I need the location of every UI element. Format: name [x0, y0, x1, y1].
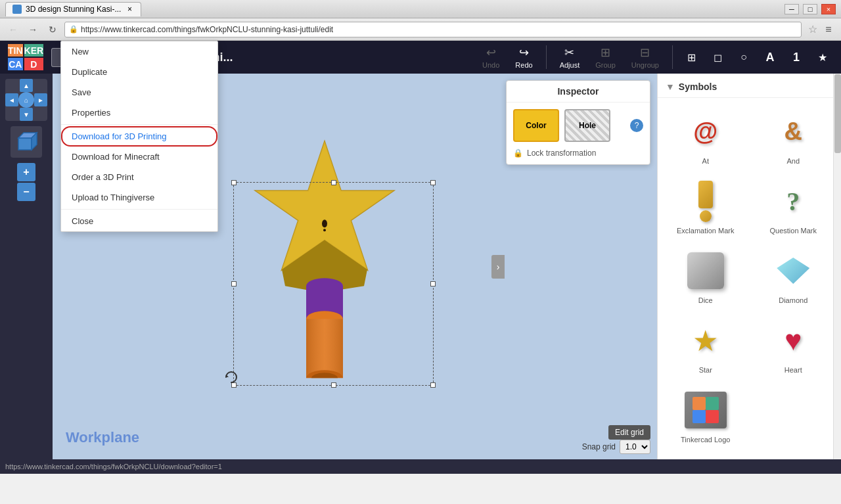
inspector-help-button[interactable]: ?: [630, 119, 643, 132]
inspector-panel: Inspector Color Hole ? 🔒 Lock transforma…: [506, 80, 650, 165]
scrollbar-thumb[interactable]: [834, 74, 841, 153]
menu-properties[interactable]: Properties: [61, 103, 217, 123]
symbol-question-label: Question Mark: [769, 227, 817, 235]
inspector-controls: Color Hole ?: [513, 109, 643, 142]
undo-label: Undo: [482, 61, 499, 69]
view-star-button[interactable]: ★: [812, 47, 833, 68]
svg-rect-23: [706, 410, 719, 423]
rotate-handle[interactable]: [223, 369, 239, 385]
symbol-diamond-label: Diamond: [779, 296, 807, 304]
menu-download-3d[interactable]: Download for 3D Printing: [61, 126, 217, 147]
forward-button[interactable]: →: [25, 22, 41, 37]
symbol-heart-label: Heart: [784, 366, 802, 374]
symbol-diamond[interactable]: Diamond: [751, 242, 836, 309]
hole-label: Hole: [579, 121, 596, 130]
symbol-star-thumb: ★: [679, 317, 732, 363]
symbols-scrollbar[interactable]: [833, 74, 841, 459]
tab-title: 3D design Stunning Kasi-...: [26, 5, 121, 14]
lock-row: 🔒 Lock transformation: [513, 149, 643, 158]
menu-new[interactable]: New: [61, 41, 217, 62]
design-object[interactable]: [226, 128, 423, 380]
menu-upload[interactable]: Upload to Thingiverse: [61, 187, 217, 208]
view-num-button[interactable]: 1: [786, 47, 807, 68]
menu-order[interactable]: Order a 3D Print: [61, 167, 217, 187]
adjust-icon: ✂: [564, 45, 574, 60]
symbols-grid: @ At & And Exclamation Mark: [658, 98, 841, 454]
symbol-at[interactable]: @ At: [663, 103, 748, 170]
symbol-dice[interactable]: Dice: [663, 242, 748, 309]
symbol-and-label: And: [786, 157, 800, 165]
view-grid-button[interactable]: ⊞: [681, 47, 702, 68]
redo-button[interactable]: ↪ Redo: [510, 43, 537, 72]
maximize-button[interactable]: □: [803, 4, 817, 14]
bookmark-button[interactable]: ☆: [808, 23, 817, 35]
view-box-button[interactable]: ◻: [707, 47, 728, 68]
tinkercad-logo[interactable]: TIN KER CA D: [8, 44, 41, 70]
menu-download-mc[interactable]: Download for Minecraft: [61, 147, 217, 167]
toolbar-sep-2: [672, 45, 673, 69]
symbol-heart[interactable]: ♥ Heart: [751, 312, 836, 379]
svg-rect-14: [306, 319, 343, 378]
symbol-star[interactable]: ★ Star: [663, 312, 748, 379]
zoom-out-button[interactable]: −: [17, 183, 35, 201]
menu-close[interactable]: Close: [61, 211, 217, 231]
group-button[interactable]: ⊞ Group: [590, 43, 621, 72]
symbols-toggle[interactable]: ▼: [666, 81, 675, 92]
redo-icon: ↪: [519, 45, 529, 60]
symbol-star-label: Star: [699, 366, 712, 374]
symbol-tinkercad-logo[interactable]: Tinkercad Logo: [663, 382, 748, 449]
minimize-button[interactable]: ─: [784, 4, 799, 14]
home-view-button[interactable]: ⌂: [18, 92, 34, 108]
address-bar[interactable]: 🔒 https://www.tinkercad.com/things/fwkOr…: [64, 22, 802, 37]
symbol-diamond-thumb: [767, 248, 819, 294]
arrow-right-button[interactable]: ►: [34, 93, 47, 106]
color-button[interactable]: Color: [513, 109, 559, 142]
lock-icon: 🔒: [513, 149, 523, 158]
close-window-button[interactable]: ×: [821, 4, 836, 14]
adjust-button[interactable]: ✂ Adjust: [555, 43, 585, 72]
symbols-header: ▼ Symbols: [658, 79, 841, 98]
window-controls: ─ □ ×: [784, 4, 836, 14]
symbol-question-thumb: ?: [767, 178, 819, 224]
toolbar-separator: [546, 45, 547, 69]
hole-button[interactable]: Hole: [564, 109, 610, 142]
lock-label: Lock transformation: [527, 149, 596, 158]
view-cube[interactable]: [11, 126, 42, 158]
menu-duplicate[interactable]: Duplicate: [61, 62, 217, 82]
collapse-panel-button[interactable]: ›: [491, 255, 505, 279]
refresh-button[interactable]: ↻: [45, 22, 60, 37]
logo-bl: CA: [8, 58, 23, 70]
group-label: Group: [595, 61, 616, 69]
ungroup-button[interactable]: ⊟ Ungroup: [626, 43, 664, 72]
snap-grid-select[interactable]: 1.0: [620, 440, 650, 454]
tab-close-button[interactable]: ×: [125, 5, 134, 14]
svg-rect-22: [693, 410, 706, 423]
symbol-and[interactable]: & And: [751, 103, 836, 170]
arrow-left-button[interactable]: ◄: [5, 93, 18, 106]
browser-tab[interactable]: 3D design Stunning Kasi-... ×: [5, 2, 141, 16]
zoom-controls: + −: [17, 163, 35, 201]
view-sphere-button[interactable]: ○: [733, 47, 754, 68]
menu-save[interactable]: Save: [61, 82, 217, 103]
symbol-heart-thumb: ♥: [767, 317, 819, 363]
undo-button[interactable]: ↩ Undo: [477, 43, 505, 72]
back-button[interactable]: ←: [5, 22, 21, 37]
ssl-lock-icon: 🔒: [69, 25, 78, 34]
symbol-logo-thumb: [679, 387, 732, 433]
symbol-question[interactable]: ? Question Mark: [751, 173, 836, 240]
group-icon: ⊞: [601, 45, 610, 60]
undo-icon: ↩: [486, 45, 496, 60]
status-url: https://www.tinkercad.com/things/fwkOrkp…: [5, 463, 222, 470]
arrow-down-button[interactable]: ▼: [20, 108, 33, 121]
inspector-title: Inspector: [507, 81, 650, 103]
zoom-in-button[interactable]: +: [17, 163, 35, 181]
symbol-exclamation-label: Exclamation Mark: [677, 227, 734, 235]
menu-divider-1: [61, 124, 217, 125]
view-a-button[interactable]: A: [760, 47, 781, 68]
symbol-and-thumb: &: [767, 108, 819, 154]
extensions-button[interactable]: ≡: [821, 22, 836, 37]
symbol-exclamation[interactable]: Exclamation Mark: [663, 173, 748, 240]
symbol-logo-label: Tinkercad Logo: [681, 436, 730, 444]
edit-grid-button[interactable]: Edit grid: [608, 425, 650, 440]
arrow-up-button[interactable]: ▲: [20, 79, 33, 92]
